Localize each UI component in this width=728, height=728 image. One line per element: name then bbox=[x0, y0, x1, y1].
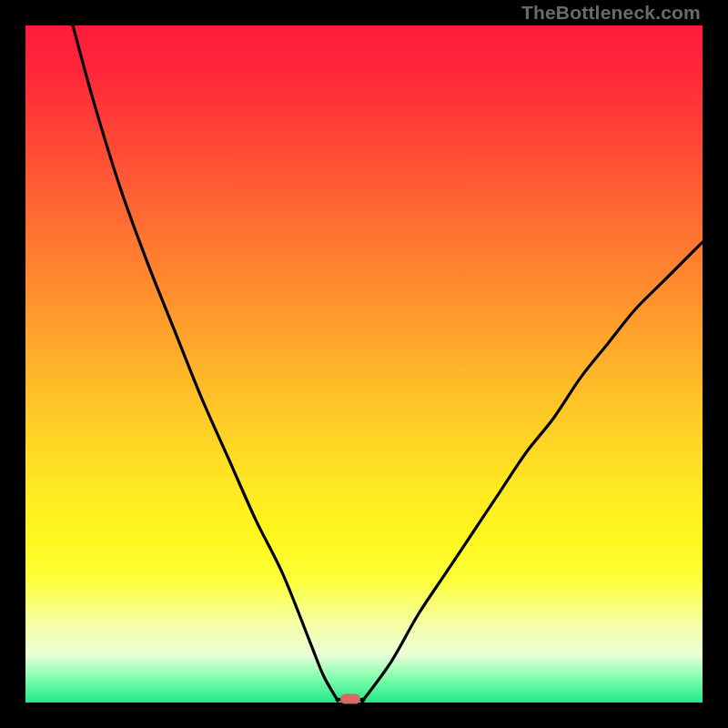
bottleneck-curve bbox=[25, 25, 703, 703]
watermark-text: TheBottleneck.com bbox=[521, 2, 701, 24]
optimum-marker bbox=[340, 694, 360, 704]
chart-frame: TheBottleneck.com bbox=[0, 0, 728, 728]
plot-area bbox=[25, 25, 703, 703]
